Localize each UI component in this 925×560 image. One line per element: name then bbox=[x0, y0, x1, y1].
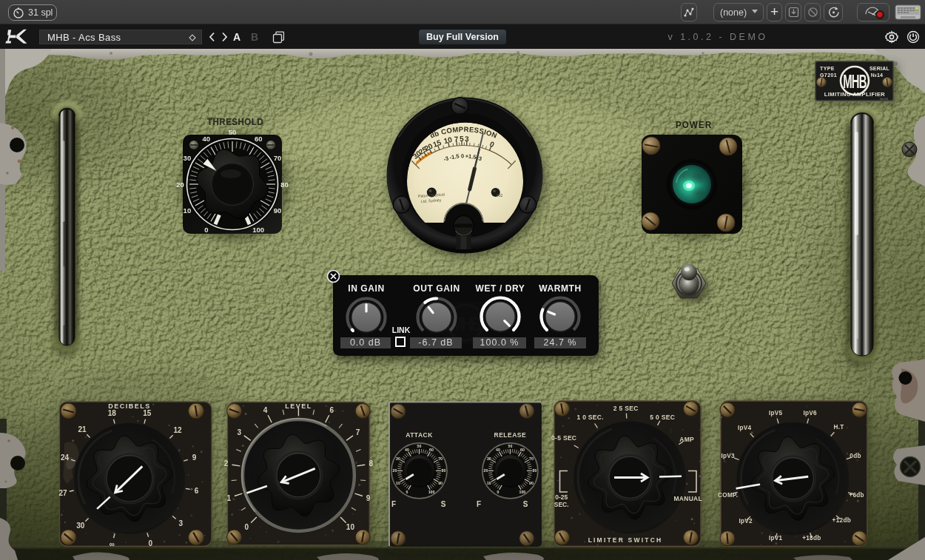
svg-text:100: 100 bbox=[252, 226, 264, 234]
svg-text:#32: #32 bbox=[497, 193, 503, 198]
svg-text:30: 30 bbox=[76, 522, 85, 530]
svg-text:SERIAL: SERIAL bbox=[870, 66, 889, 71]
svg-text:70: 70 bbox=[274, 154, 282, 162]
svg-text:60: 60 bbox=[429, 448, 434, 452]
svg-text:60: 60 bbox=[520, 448, 525, 452]
svg-text:0db: 0db bbox=[850, 453, 861, 459]
svg-text:12: 12 bbox=[174, 426, 183, 434]
svg-text:60: 60 bbox=[255, 135, 263, 143]
svg-text:50: 50 bbox=[229, 128, 237, 136]
svg-text:100: 100 bbox=[428, 490, 435, 494]
svg-text:6: 6 bbox=[195, 487, 199, 495]
svg-text:21: 21 bbox=[78, 425, 87, 434]
svg-text:50: 50 bbox=[508, 444, 513, 448]
svg-text:G7201: G7201 bbox=[820, 72, 837, 78]
svg-text:№144: №144 bbox=[880, 97, 889, 101]
svg-text:80: 80 bbox=[533, 468, 537, 473]
svg-text:0: 0 bbox=[497, 490, 499, 494]
svg-text:0-25: 0-25 bbox=[555, 493, 568, 501]
svg-text:0: 0 bbox=[461, 152, 464, 159]
svg-text:1: 1 bbox=[226, 494, 231, 502]
svg-text:9: 9 bbox=[366, 494, 371, 502]
svg-text:90: 90 bbox=[438, 481, 443, 485]
svg-text:+12db: +12db bbox=[832, 517, 851, 524]
svg-text:S: S bbox=[441, 500, 446, 508]
svg-text:30: 30 bbox=[487, 456, 491, 461]
svg-text:MANUAL: MANUAL bbox=[673, 495, 702, 502]
svg-text:2 5 SEC: 2 5 SEC bbox=[613, 405, 639, 412]
svg-text:0: 0 bbox=[149, 539, 153, 547]
svg-text:27: 27 bbox=[58, 489, 67, 497]
svg-text:0: 0 bbox=[245, 523, 249, 531]
svg-text:F: F bbox=[477, 500, 481, 508]
svg-text:40: 40 bbox=[203, 135, 211, 143]
svg-text:S: S bbox=[523, 500, 528, 508]
svg-text:9: 9 bbox=[192, 453, 197, 462]
svg-text:24: 24 bbox=[61, 453, 70, 462]
svg-text:0-5 SEC: 0-5 SEC bbox=[551, 434, 576, 442]
svg-text:20: 20 bbox=[176, 181, 184, 189]
svg-text:20: 20 bbox=[484, 468, 488, 473]
svg-text:ATTACK: ATTACK bbox=[406, 431, 433, 439]
svg-text:10: 10 bbox=[184, 206, 192, 215]
svg-text:70: 70 bbox=[438, 456, 443, 461]
svg-text:5 0 SEC: 5 0 SEC bbox=[650, 414, 675, 421]
svg-text:IpV1: IpV1 bbox=[769, 535, 783, 542]
svg-text:90: 90 bbox=[529, 481, 534, 485]
svg-text:TYPE: TYPE bbox=[820, 66, 835, 71]
svg-text:100: 100 bbox=[519, 490, 526, 494]
svg-text:70: 70 bbox=[529, 456, 534, 461]
svg-text:4: 4 bbox=[263, 406, 268, 414]
svg-text:18: 18 bbox=[108, 409, 117, 417]
svg-text:40: 40 bbox=[405, 448, 409, 452]
svg-text:2: 2 bbox=[224, 459, 229, 468]
svg-text:40: 40 bbox=[496, 448, 500, 452]
svg-text:+6db: +6db bbox=[849, 492, 864, 499]
svg-text:№14: №14 bbox=[871, 72, 883, 78]
svg-text:COMP.: COMP. bbox=[718, 492, 738, 499]
svg-text:LIMITING AMPLIFIER: LIMITING AMPLIFIER bbox=[824, 91, 886, 98]
svg-text:RELEASE: RELEASE bbox=[494, 431, 527, 439]
svg-text:3: 3 bbox=[465, 135, 469, 143]
svg-text:1 0 SEC.: 1 0 SEC. bbox=[576, 414, 603, 421]
svg-text:90: 90 bbox=[274, 206, 282, 215]
svg-text:∞: ∞ bbox=[110, 540, 115, 548]
svg-text:5: 5 bbox=[460, 135, 464, 143]
svg-text:6: 6 bbox=[330, 406, 334, 414]
svg-text:IpV4: IpV4 bbox=[738, 425, 752, 431]
svg-text:3: 3 bbox=[238, 428, 242, 436]
svg-text:MHB: MHB bbox=[843, 70, 867, 91]
svg-text:LIMITER SWITCH: LIMITER SWITCH bbox=[588, 536, 663, 544]
svg-text:IpV6: IpV6 bbox=[803, 410, 817, 416]
svg-text:10: 10 bbox=[346, 523, 355, 531]
svg-text:10: 10 bbox=[396, 481, 400, 485]
svg-text:AMP: AMP bbox=[679, 436, 694, 443]
svg-text:H.T: H.T bbox=[834, 424, 844, 431]
svg-text:3: 3 bbox=[179, 519, 184, 527]
svg-text:+18db: +18db bbox=[802, 535, 821, 542]
svg-text:50: 50 bbox=[417, 444, 422, 448]
svg-text:20: 20 bbox=[393, 468, 397, 473]
svg-text:80: 80 bbox=[442, 468, 446, 473]
svg-text:7: 7 bbox=[356, 428, 360, 436]
svg-text:30: 30 bbox=[396, 456, 400, 461]
svg-text:F: F bbox=[391, 500, 396, 508]
svg-text:IpV5: IpV5 bbox=[769, 410, 783, 416]
svg-text:10: 10 bbox=[487, 481, 491, 485]
svg-text:0: 0 bbox=[204, 226, 208, 234]
svg-text:15: 15 bbox=[143, 409, 152, 417]
svg-text:SEC.: SEC. bbox=[554, 501, 569, 508]
svg-text:IpV2: IpV2 bbox=[739, 518, 753, 524]
svg-text:30: 30 bbox=[184, 154, 192, 162]
svg-text:8: 8 bbox=[369, 459, 373, 468]
svg-text:80: 80 bbox=[280, 181, 289, 189]
svg-text:IpV3: IpV3 bbox=[721, 453, 735, 459]
svg-text:0: 0 bbox=[406, 490, 408, 494]
